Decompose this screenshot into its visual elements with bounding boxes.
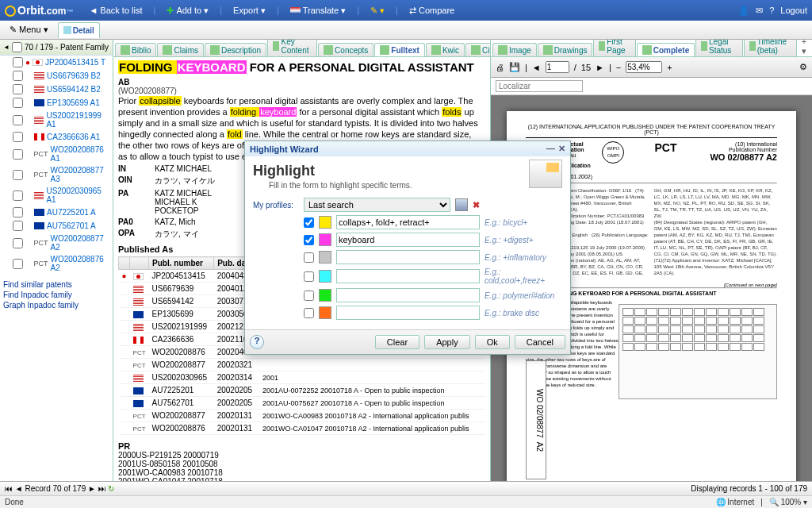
tab-concepts[interactable]: Concepts	[318, 43, 373, 56]
nav-first-icon[interactable]: ⏮	[5, 484, 13, 493]
family-item[interactable]: US2002191999 A1	[0, 110, 113, 130]
pa-value: KATZ MICHAEL MICHAEL K POCKETOP	[155, 189, 212, 215]
tab-description[interactable]: Description	[205, 43, 266, 56]
family-item[interactable]: PCT WO200208876 A2	[0, 253, 113, 274]
family-item-check[interactable]	[13, 190, 23, 201]
nav-prev-icon[interactable]: ◄	[15, 484, 23, 493]
menubar: ✎ Menu ▾ Detail	[0, 21, 812, 40]
family-item-check[interactable]	[13, 115, 23, 125]
table-row[interactable]: ●JP2004513415200404302002	[119, 270, 485, 283]
tab-timeline-beta-[interactable]: Timeline (beta)	[744, 40, 797, 56]
graph-inpadoc-link[interactable]: Graph Inpadoc family	[3, 301, 109, 310]
family-item[interactable]: US2002030965 A1	[0, 185, 113, 206]
family-item-check[interactable]	[13, 238, 23, 248]
back-to-list-link[interactable]: ◄ Back to list	[89, 6, 142, 15]
table-row[interactable]: PCTWO200208877200201312001WO-CA00983 200…	[119, 410, 485, 422]
table-row[interactable]: US2002030965200203142001	[119, 371, 485, 384]
zoom-in-icon[interactable]: +	[667, 63, 672, 72]
family-item-check[interactable]	[13, 221, 23, 231]
family-item-check[interactable]	[13, 170, 23, 180]
table-row[interactable]: EP13056992003050220	[119, 308, 485, 321]
family-item[interactable]: EP1305699 A1	[0, 96, 113, 110]
next-page-icon[interactable]: ►	[596, 63, 604, 72]
document-viewer: ImageDrawingsFirst PageCompleteLegal Sta…	[491, 40, 812, 481]
tab-key-content[interactable]: Key Content	[267, 40, 317, 56]
export-menu[interactable]: Export ▾	[233, 6, 266, 16]
tab-image[interactable]: Image	[492, 43, 537, 56]
ie-internet-zone: 🌐 Internet	[716, 498, 755, 506]
tab-fulltext[interactable]: Fulltext	[374, 43, 425, 56]
mail-icon[interactable]: ✉	[756, 6, 763, 16]
tab-first-page[interactable]: First Page	[593, 40, 635, 56]
table-row[interactable]: PCTWO200208876200201312001WO-CA01047 200…	[119, 422, 485, 435]
family-item-check[interactable]	[13, 57, 23, 67]
family-item[interactable]: CA2366636 A1	[0, 130, 113, 144]
print-icon[interactable]: 🖨	[496, 63, 504, 72]
table-row[interactable]: US2002191999200212192002	[119, 321, 485, 333]
pct-banner: (12) INTERNATIONAL APPLICATION PUBLISHED…	[526, 124, 777, 138]
col-app[interactable]: App	[259, 257, 485, 270]
family-item-check[interactable]	[13, 84, 23, 94]
tab-drawings[interactable]: Drawings	[538, 43, 593, 56]
col-pubdate[interactable]: Pub. date	[214, 257, 259, 270]
refresh-icon[interactable]: ↻	[108, 484, 114, 493]
help-icon[interactable]: ?	[769, 6, 774, 15]
family-item-check[interactable]	[13, 132, 23, 142]
family-select-all[interactable]	[12, 42, 22, 52]
family-item[interactable]: AU7225201 A	[0, 206, 113, 219]
compare-link[interactable]: ⇄ Compare	[409, 6, 454, 16]
find-similar-link[interactable]: Find similar patents	[3, 280, 109, 289]
translate-menu[interactable]: Translate ▾	[290, 6, 346, 16]
family-item-check[interactable]	[13, 98, 23, 108]
tab-legal-status[interactable]: Legal Status	[695, 40, 743, 56]
document-page-area[interactable]: (12) INTERNATIONAL APPLICATION PUBLISHED…	[491, 95, 812, 481]
family-item-check[interactable]	[13, 259, 23, 269]
page-input[interactable]	[546, 61, 569, 73]
tab-citations[interactable]: Citations	[465, 43, 491, 56]
family-item-check[interactable]	[13, 207, 23, 217]
table-row[interactable]: US659414220030715	[119, 295, 485, 308]
tab-add[interactable]: + ▾	[799, 40, 812, 56]
family-tree-header[interactable]: 70 / 179 - Patent Family	[0, 40, 113, 56]
family-item-check[interactable]	[13, 71, 23, 81]
family-item[interactable]: AU7562701 A	[0, 219, 113, 233]
ie-zoom[interactable]: 🔍 100% ▾	[769, 498, 807, 506]
save-icon[interactable]: 💾	[509, 62, 520, 72]
add-to-menu[interactable]: ✚ Add to ▾	[167, 6, 209, 16]
table-row[interactable]: AU7562701200202052001AU-0075627 20010718…	[119, 397, 485, 410]
table-row[interactable]: PCTWO20020887720020321	[119, 359, 485, 371]
highlight-icon[interactable]: ✎ ▾	[370, 6, 385, 16]
prev-page-icon[interactable]: ◄	[532, 63, 541, 72]
tool-icon[interactable]: ⚙	[799, 62, 807, 72]
nav-last-icon[interactable]: ⏭	[98, 484, 106, 493]
table-row[interactable]: AU7225201200202052001AU-0072252 20010718…	[119, 384, 485, 397]
family-item[interactable]: PCT WO200208877 A2	[0, 233, 113, 253]
zoom-out-icon[interactable]: −	[616, 63, 621, 72]
tab-detail[interactable]: Detail	[58, 22, 100, 38]
family-item[interactable]: PCT WO200208876 A1	[0, 144, 113, 164]
family-item-check[interactable]	[13, 149, 23, 160]
tab-kwic[interactable]: Kwic	[426, 43, 465, 56]
zoom-input[interactable]	[626, 61, 662, 73]
family-item[interactable]: PCT WO200208877 A3	[0, 164, 113, 185]
find-inpadoc-link[interactable]: Find Inpadoc family	[3, 291, 109, 299]
user-icon[interactable]: 👤	[738, 6, 749, 16]
published-as-header: Published As	[118, 244, 485, 254]
localizar-input[interactable]	[496, 80, 583, 92]
family-item[interactable]: US6594142 B2	[0, 83, 113, 96]
nav-next-icon[interactable]: ►	[88, 484, 96, 493]
col-publnumber[interactable]: Publ. number	[149, 257, 214, 270]
tab-claims[interactable]: Claims	[157, 43, 204, 56]
family-item[interactable]: US6679639 B2	[0, 69, 113, 83]
in-value: KATZ MICHAEL	[155, 164, 212, 173]
logout-link[interactable]: Logout	[780, 6, 807, 15]
page-total: 15	[581, 63, 591, 72]
table-row[interactable]: CA23666362002110820	[119, 333, 485, 346]
menu-dropdown[interactable]: ✎ Menu ▾	[3, 23, 55, 37]
table-row[interactable]: US667963920040120	[119, 283, 485, 295]
table-row[interactable]: PCTWO20020887620020404	[119, 346, 485, 359]
tab-biblio[interactable]: Biblio	[115, 43, 156, 56]
family-item[interactable]: ● JP2004513415 T	[0, 56, 113, 69]
tab-complete[interactable]: Complete	[637, 43, 695, 56]
app-topbar: Orbit.com™ ◄ Back to list| ✚ Add to ▾| E…	[0, 0, 812, 21]
